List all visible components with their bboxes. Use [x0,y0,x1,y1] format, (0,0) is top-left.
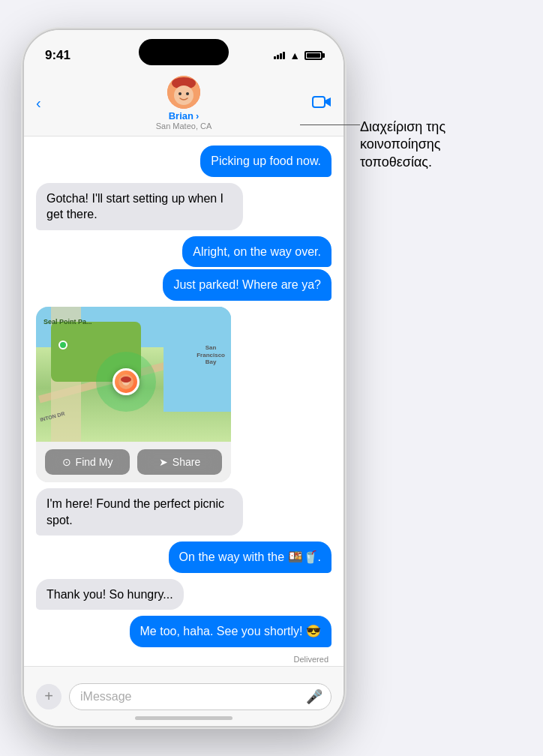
microphone-icon[interactable]: 🎤 [306,688,322,705]
signal-bar-1 [274,56,276,59]
map-park-label: Seal Point Pa... [44,318,92,326]
message-row-3: Alright, on the way over. [36,236,332,268]
video-call-button[interactable] [312,94,332,113]
message-input-field[interactable]: iMessage 🎤 [69,683,332,710]
nav-header: ‹ [24,70,344,136]
svg-point-4 [178,92,182,95]
message-bubble-8[interactable]: Thank you! So hungry... [36,579,184,610]
status-icons: ▲ [274,50,322,62]
annotation-text: Διαχείριση της κοινοποίησης τοποθεσίας. [360,118,510,171]
message-group-sent-1: Alright, on the way over. Just parked! W… [36,236,332,301]
signal-bar-4 [283,52,285,59]
svg-point-5 [186,92,189,95]
input-placeholder: iMessage [80,690,131,704]
message-bubble-7[interactable]: On the way with the 🍱🥤. [169,542,332,573]
annotation-box: Διαχείριση της κοινοποίησης τοποθεσίας. [360,118,510,171]
message-bubble-9[interactable]: Me too, haha. See you shortly! 😎 [130,616,332,647]
home-indicator [135,716,232,720]
map-green-circle [96,352,156,412]
message-bubble-6[interactable]: I'm here! Found the perfect picnic spot. [36,488,243,536]
map-bubble[interactable]: Seal Point Pa... SanFranciscoBay INTON D… [36,307,231,482]
findmy-icon: ⊙ [62,456,71,468]
contact-info[interactable]: Brian › San Mateo, CA [156,76,212,130]
attachment-button[interactable]: + [36,684,62,710]
back-button[interactable]: ‹ [36,94,41,112]
share-location-button[interactable]: ➤ Share [137,449,222,475]
message-row-1: Picking up food now. [36,146,332,177]
message-row-map: Seal Point Pa... SanFranciscoBay INTON D… [36,307,332,482]
map-location-dot [58,340,68,350]
message-row-2: Gotcha! I'll start setting up when I get… [36,183,332,230]
annotation-connector-line [300,124,360,125]
find-my-button[interactable]: ⊙ Find My [45,449,130,475]
messages-area: Picking up food now. Gotcha! I'll start … [24,136,344,666]
message-row-6: I'm here! Found the perfect picnic spot. [36,488,332,536]
map-buttons: ⊙ Find My ➤ Share [36,442,231,482]
message-row-8: Thank you! So hungry... [36,579,332,610]
phone-frame: 9:41 ▲ ‹ [22,28,345,728]
contact-name[interactable]: Brian › [169,110,200,122]
message-row-7: On the way with the 🍱🥤. [36,542,332,573]
svg-point-3 [174,86,194,105]
svg-rect-6 [313,97,325,107]
message-row-4: Just parked! Where are ya? [36,269,332,301]
wifi-icon: ▲ [290,50,300,62]
contact-location: San Mateo, CA [156,122,212,130]
status-time: 9:41 [45,48,70,63]
dynamic-island [139,39,229,65]
battery-fill [307,53,320,58]
map-avatar-pin [112,368,140,395]
signal-bars-icon [274,52,285,59]
share-icon: ➤ [159,456,168,468]
phone-wrapper: 9:41 ▲ ‹ [22,28,345,728]
contact-avatar [167,76,200,109]
delivered-label: Delivered [36,655,332,664]
contact-chevron: › [196,110,199,122]
map-image: Seal Point Pa... SanFranciscoBay INTON D… [36,307,231,442]
signal-bar-3 [280,53,282,59]
message-bubble-3[interactable]: Alright, on the way over. [182,236,332,268]
map-bay-label: SanFranciscoBay [196,344,225,366]
battery-icon [304,51,322,60]
message-bubble-2[interactable]: Gotcha! I'll start setting up when I get… [36,183,243,230]
signal-bar-2 [277,55,279,59]
message-bubble-1[interactable]: Picking up food now. [200,146,332,177]
svg-point-11 [121,376,131,382]
message-row-9: Me too, haha. See you shortly! 😎 [36,616,332,647]
message-bubble-4[interactable]: Just parked! Where are ya? [163,269,332,301]
